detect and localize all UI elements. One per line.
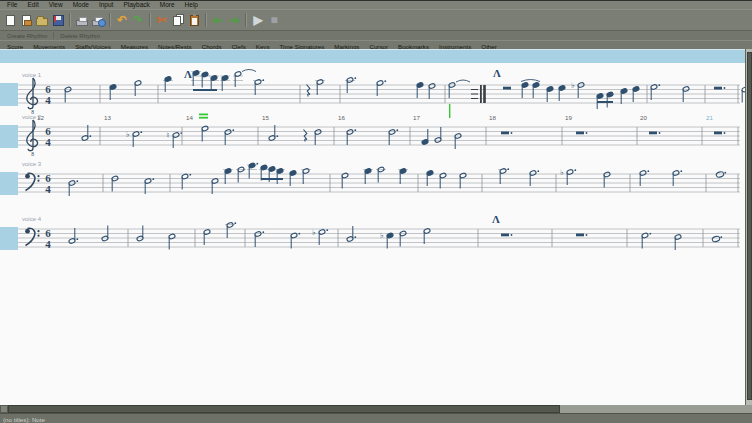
accidental[interactable]: ♭ — [571, 81, 575, 90]
note-event[interactable] — [399, 230, 406, 246]
staff-tab[interactable] — [0, 125, 18, 148]
whole-measure-rest[interactable] — [576, 234, 587, 237]
accidental[interactable]: ♭ — [312, 228, 316, 237]
paste-button[interactable] — [186, 11, 202, 29]
note-event[interactable] — [641, 232, 651, 248]
accidental[interactable]: ♭ — [126, 130, 130, 139]
note-event[interactable] — [566, 169, 576, 185]
note-event[interactable] — [423, 228, 430, 244]
whole-measure-rest[interactable] — [501, 132, 512, 135]
note-event[interactable] — [596, 93, 603, 109]
note-event[interactable] — [111, 175, 118, 191]
note-event[interactable] — [172, 132, 182, 148]
note-event[interactable] — [233, 71, 243, 87]
menu-help[interactable]: Help — [180, 1, 203, 9]
go-forward-button[interactable]: ⇥ — [226, 11, 242, 29]
note-event[interactable] — [426, 170, 433, 186]
accidental[interactable]: ♭ — [560, 168, 564, 177]
horizontal-scrollbar[interactable] — [0, 405, 752, 413]
print-button[interactable] — [74, 11, 90, 29]
note-event[interactable] — [247, 162, 258, 178]
section-mark[interactable]: Λ — [184, 68, 192, 80]
menu-playback[interactable]: Playback — [118, 1, 154, 9]
accidental[interactable]: ♮ — [167, 131, 170, 140]
note-event[interactable] — [672, 170, 682, 186]
note-event[interactable] — [448, 82, 455, 98]
note-event[interactable] — [650, 84, 660, 100]
half-rest[interactable] — [714, 87, 725, 90]
note-event[interactable] — [674, 234, 681, 250]
note-event[interactable] — [211, 178, 218, 194]
note-event[interactable] — [144, 178, 154, 194]
note-event[interactable] — [220, 75, 230, 91]
note-event[interactable] — [439, 172, 446, 188]
create-rhythm-button[interactable]: Create Rhythm — [3, 33, 51, 39]
open-folder-button[interactable] — [34, 11, 50, 29]
menu-input[interactable]: Input — [94, 1, 118, 9]
note-event[interactable] — [301, 168, 311, 184]
accidental[interactable]: ♭ — [380, 231, 384, 240]
note-event[interactable] — [529, 170, 539, 186]
note-event[interactable] — [64, 86, 71, 102]
note-event[interactable] — [253, 79, 264, 95]
note-event[interactable] — [639, 170, 649, 186]
note-event[interactable] — [268, 125, 278, 141]
delete-rhythm-button[interactable]: Delete Rhythm — [56, 33, 104, 39]
play-button[interactable]: ▶ — [250, 11, 266, 29]
cut-button[interactable]: ✂ — [154, 11, 170, 29]
note-event[interactable] — [201, 125, 208, 141]
note-event[interactable] — [290, 232, 300, 248]
redo-button[interactable]: ↷ — [130, 11, 146, 29]
half-rest[interactable] — [503, 87, 511, 90]
note-event[interactable] — [716, 171, 727, 178]
whole-measure-rest[interactable] — [501, 234, 512, 237]
note-event[interactable] — [209, 75, 219, 91]
section-mark[interactable]: Λ — [493, 67, 501, 79]
time-signature[interactable]: 64 — [45, 83, 51, 106]
horizontal-scrollbar-button[interactable] — [0, 405, 8, 413]
staff-tab[interactable] — [0, 83, 18, 106]
vertical-scrollbar-thumb[interactable] — [747, 52, 752, 400]
note-event[interactable] — [416, 82, 423, 98]
print-preview-button[interactable] — [90, 11, 106, 29]
whole-measure-rest[interactable] — [576, 132, 587, 135]
horizontal-scrollbar-thumb[interactable] — [8, 405, 560, 413]
vertical-scrollbar[interactable] — [745, 49, 752, 405]
note-event[interactable] — [191, 70, 201, 86]
note-event[interactable] — [532, 82, 539, 98]
note-event[interactable] — [376, 166, 386, 182]
menu-mode[interactable]: Mode — [68, 1, 94, 9]
note-event[interactable] — [289, 170, 296, 186]
bass-clef-icon[interactable] — [25, 228, 40, 245]
note-event[interactable] — [109, 84, 116, 100]
section-mark[interactable]: Λ — [492, 213, 500, 225]
note-event[interactable] — [498, 168, 509, 184]
note-event[interactable] — [577, 82, 584, 98]
note-event[interactable] — [521, 82, 528, 98]
whole-measure-rest[interactable] — [714, 132, 725, 135]
new-button[interactable] — [2, 11, 18, 29]
note-event[interactable] — [134, 80, 141, 96]
whole-measure-rest[interactable] — [649, 132, 660, 135]
note-event[interactable] — [341, 172, 348, 188]
copy-button[interactable] — [170, 11, 186, 29]
note-event[interactable] — [363, 168, 373, 184]
note-event[interactable] — [81, 125, 91, 141]
staff-tab[interactable] — [0, 172, 18, 195]
time-signature[interactable]: 64 — [45, 227, 51, 250]
undo-button[interactable]: ↶ — [114, 11, 130, 29]
menu-file[interactable]: File — [2, 1, 22, 9]
note-event[interactable] — [236, 166, 246, 182]
open-button[interactable] — [18, 11, 34, 29]
note-event[interactable] — [398, 168, 408, 184]
save-button[interactable] — [50, 11, 66, 29]
quarter-rest[interactable] — [307, 85, 311, 97]
score-svg[interactable]: voice 1864ΛΛ♭voice 28641213♭♮14151617181… — [0, 49, 745, 405]
note-event[interactable] — [68, 180, 78, 196]
note-event[interactable] — [606, 91, 613, 107]
menu-edit[interactable]: Edit — [22, 1, 43, 9]
menu-more[interactable]: More — [155, 1, 180, 9]
bass-clef-icon[interactable] — [25, 173, 40, 190]
note-event[interactable] — [620, 88, 627, 104]
treble-clef-icon[interactable]: 8 — [27, 78, 38, 115]
